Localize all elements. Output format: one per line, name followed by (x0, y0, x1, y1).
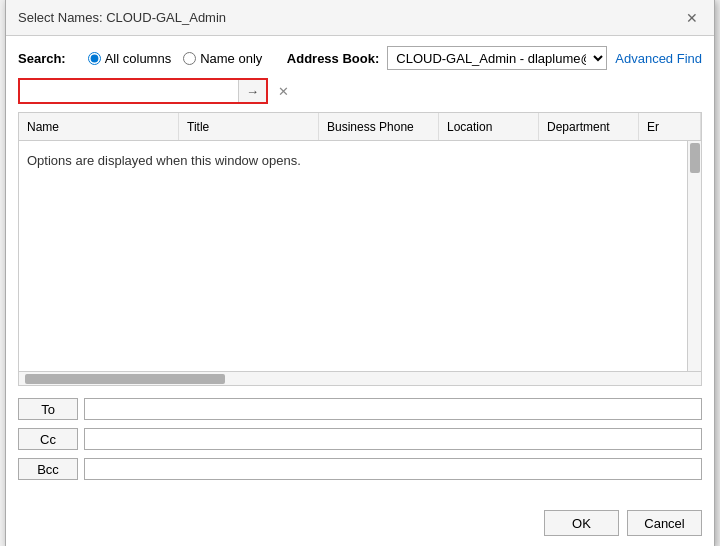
search-input[interactable] (20, 80, 238, 102)
col-header-dept: Department (539, 113, 639, 140)
h-scrollbar-thumb (25, 374, 225, 384)
radio-name-only-input[interactable] (183, 52, 196, 65)
recipient-rows: To Cc Bcc (18, 396, 702, 482)
address-book-section: Address Book: CLOUD-GAL_Admin - dlaplume… (287, 46, 702, 70)
search-options-row: Search: All columns Name only Address Bo… (18, 46, 702, 70)
bcc-input[interactable] (84, 458, 702, 480)
table-header: Name Title Business Phone Location Depar… (19, 113, 701, 141)
search-input-wrapper: → (18, 78, 268, 104)
address-book-select[interactable]: CLOUD-GAL_Admin - dlaplume@RRC.CA (387, 46, 607, 70)
col-header-location: Location (439, 113, 539, 140)
search-radio-group: All columns Name only (88, 51, 263, 66)
horizontal-scrollbar[interactable] (19, 371, 701, 385)
dialog-title: Select Names: CLOUD-GAL_Admin (18, 10, 226, 25)
col-header-phone: Business Phone (319, 113, 439, 140)
to-button[interactable]: To (18, 398, 78, 420)
search-go-button[interactable]: → (238, 80, 266, 102)
search-clear-button[interactable]: ✕ (272, 80, 294, 102)
cc-input[interactable] (84, 428, 702, 450)
dialog-footer: OK Cancel (6, 504, 714, 546)
col-header-extra: Er (639, 113, 701, 140)
cancel-button[interactable]: Cancel (627, 510, 702, 536)
search-label: Search: (18, 51, 66, 66)
radio-name-only-label: Name only (200, 51, 262, 66)
to-row: To (18, 396, 702, 422)
radio-all-columns-label: All columns (105, 51, 171, 66)
ok-button[interactable]: OK (544, 510, 619, 536)
bcc-button[interactable]: Bcc (18, 458, 78, 480)
dialog-body: Search: All columns Name only Address Bo… (6, 36, 714, 504)
vertical-scrollbar[interactable] (687, 141, 701, 371)
address-book-label: Address Book: (287, 51, 379, 66)
to-input[interactable] (84, 398, 702, 420)
advanced-find-link[interactable]: Advanced Find (615, 51, 702, 66)
cc-button[interactable]: Cc (18, 428, 78, 450)
select-names-dialog: Select Names: CLOUD-GAL_Admin ✕ Search: … (5, 0, 715, 546)
scrollbar-thumb (690, 143, 700, 173)
col-header-title: Title (179, 113, 319, 140)
table-empty-message: Options are displayed when this window o… (19, 141, 687, 180)
radio-all-columns-input[interactable] (88, 52, 101, 65)
radio-name-only[interactable]: Name only (183, 51, 262, 66)
bcc-row: Bcc (18, 456, 702, 482)
title-bar: Select Names: CLOUD-GAL_Admin ✕ (6, 0, 714, 36)
close-button[interactable]: ✕ (682, 8, 702, 28)
search-input-row: → ✕ (18, 78, 702, 104)
results-table-container: Name Title Business Phone Location Depar… (18, 112, 702, 386)
cc-row: Cc (18, 426, 702, 452)
table-body[interactable]: Options are displayed when this window o… (19, 141, 701, 371)
radio-all-columns[interactable]: All columns (88, 51, 171, 66)
col-header-name: Name (19, 113, 179, 140)
